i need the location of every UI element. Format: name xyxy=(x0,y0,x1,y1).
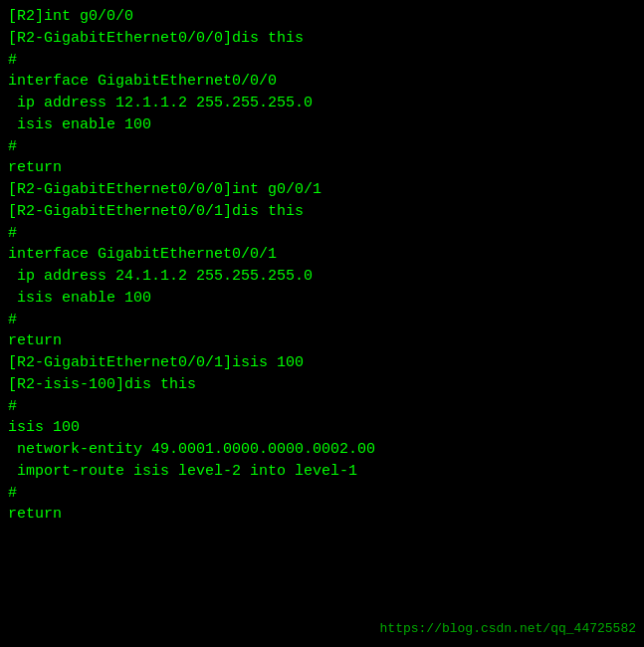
terminal-line: return xyxy=(8,504,636,526)
terminal-line: ip address 12.1.1.2 255.255.255.0 xyxy=(8,93,636,114)
terminal-line: # xyxy=(8,50,636,72)
terminal-line: network-entity 49.0001.0000.0000.0002.00 xyxy=(8,439,636,461)
terminal-line: [R2-GigabitEthernet0/0/1]dis this xyxy=(8,201,636,223)
terminal-line: isis enable 100 xyxy=(8,288,636,310)
terminal-line: ip address 24.1.1.2 255.255.255.0 xyxy=(8,266,636,288)
terminal-line: return xyxy=(8,330,636,352)
terminal-line: [R2-GigabitEthernet0/0/0]dis this xyxy=(8,28,636,50)
terminal-line: # xyxy=(8,310,636,331)
terminal-line: # xyxy=(8,223,636,245)
terminal-line: [R2-GigabitEthernet0/0/1]isis 100 xyxy=(8,352,636,374)
terminal-window: [R2]int g0/0/0[R2-GigabitEthernet0/0/0]d… xyxy=(0,0,644,647)
terminal-line: interface GigabitEthernet0/0/1 xyxy=(8,244,636,266)
terminal-line: # xyxy=(8,483,636,505)
terminal-line: import-route isis level-2 into level-1 xyxy=(8,461,636,483)
terminal-line: interface GigabitEthernet0/0/0 xyxy=(8,71,636,93)
watermark: https://blog.csdn.net/qq_44725582 xyxy=(380,620,636,639)
terminal-line: isis 100 xyxy=(8,417,636,439)
terminal-line: # xyxy=(8,136,636,158)
terminal-line: [R2-isis-100]dis this xyxy=(8,374,636,396)
terminal-line: [R2-GigabitEthernet0/0/0]int g0/0/1 xyxy=(8,179,636,201)
terminal-line: return xyxy=(8,157,636,179)
terminal-line: # xyxy=(8,396,636,418)
terminal-line: [R2]int g0/0/0 xyxy=(8,6,636,28)
terminal-output: [R2]int g0/0/0[R2-GigabitEthernet0/0/0]d… xyxy=(8,6,636,526)
terminal-line: isis enable 100 xyxy=(8,114,636,136)
